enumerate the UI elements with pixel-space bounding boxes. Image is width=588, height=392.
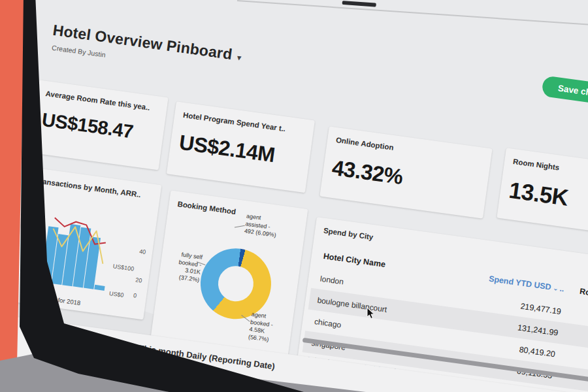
donut-label-fully-self-booked: fully selfbooked -3.01K(37.2%) — [159, 249, 203, 285]
label-leader-line — [235, 225, 245, 228]
sort-desc-icon: ⌄ — [553, 284, 559, 292]
svg-text:40: 40 — [139, 248, 146, 255]
svg-text:US$0: US$0 — [108, 290, 124, 299]
page-title: Hotel Overview Pinboard▾ — [52, 22, 243, 65]
created-by-label: Created By Justin — [52, 44, 106, 59]
donut-chart — [196, 244, 276, 323]
column-more-dots: ‥ — [559, 286, 564, 293]
svg-text:US$100: US$100 — [112, 263, 135, 272]
page-title-text: Hotel Overview Pinboard — [52, 22, 233, 63]
donut-label-agent-booked: agentbooked -4.58K(56.7%) — [248, 311, 293, 347]
kpi-card-3[interactable]: Room Nights13.5K — [497, 148, 588, 238]
kpi-card-0[interactable]: Average Room Rate this yea..US$158.47 — [29, 80, 168, 170]
kpi-card-2[interactable]: Online Adoption43.32% — [319, 126, 492, 218]
mouse-cursor — [367, 308, 377, 319]
save-changes-button[interactable]: Save cha — [541, 75, 588, 110]
svg-text:20: 20 — [135, 276, 142, 284]
svg-text:0: 0 — [133, 292, 137, 299]
kpi-card-1[interactable]: Hotel Program Spend Year t..US$2.14M — [167, 101, 315, 193]
title-dropdown-caret[interactable]: ▾ — [237, 52, 242, 63]
